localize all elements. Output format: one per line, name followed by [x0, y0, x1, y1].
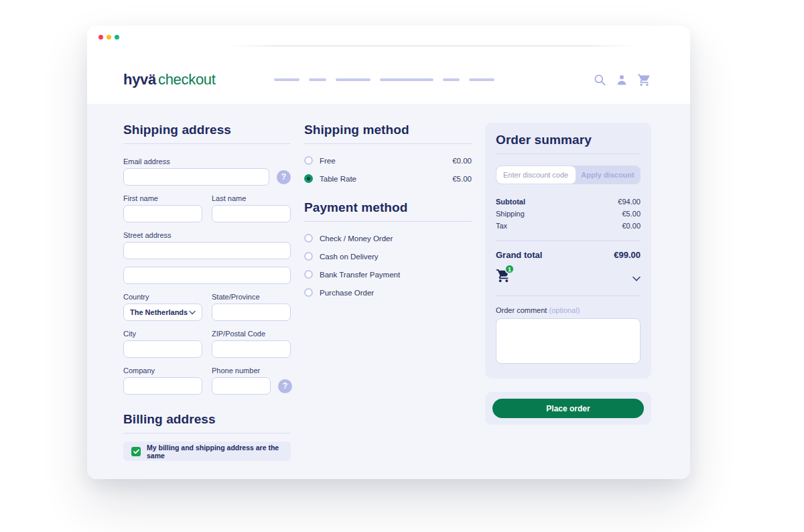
payment-option-label: Bank Transfer Payment	[320, 271, 400, 279]
company-field[interactable]	[123, 377, 202, 395]
shipping-total-value: €5.00	[622, 208, 641, 220]
divider	[304, 221, 472, 222]
payment-option-purchase-order[interactable]: Purchase Order	[304, 288, 472, 297]
country-label: Country	[123, 293, 202, 301]
discount-control: Apply discount	[496, 165, 641, 184]
tax-value: €0.00	[622, 220, 641, 232]
nav-placeholder-item	[336, 78, 371, 81]
last-name-field[interactable]	[212, 205, 291, 222]
shipping-option-label: Table Rate	[320, 175, 356, 183]
nav-placeholder-item	[443, 78, 460, 81]
state-field[interactable]	[212, 304, 291, 321]
cart-summary-row: 1	[496, 268, 641, 287]
radio-icon[interactable]	[304, 288, 313, 297]
company-label: Company	[123, 367, 202, 375]
billing-same-row[interactable]: My billing and shipping address are the …	[123, 442, 291, 461]
discount-code-input[interactable]	[496, 166, 576, 184]
nav-placeholder-item	[309, 78, 326, 81]
email-help-icon[interactable]: ?	[277, 170, 291, 184]
shipping-total-label: Shipping	[496, 208, 525, 220]
checkout-content: Shipping address Email address ? First n…	[87, 104, 690, 479]
account-icon[interactable]	[615, 73, 628, 86]
site-header: hyvächeckout	[123, 66, 651, 94]
maximize-window-icon[interactable]	[115, 35, 119, 40]
shipping-option-price: €0.00	[452, 157, 472, 165]
payment-option-label: Check / Money Order	[320, 235, 393, 243]
divider	[123, 143, 291, 144]
logo-checkout: checkout	[158, 71, 216, 88]
nav-placeholder-item	[469, 78, 494, 81]
country-select[interactable]: The Netherlands	[123, 304, 202, 321]
close-window-icon[interactable]	[98, 35, 103, 40]
cart-icon[interactable]	[637, 73, 651, 87]
shipping-option-table-rate[interactable]: Table Rate €5.00	[304, 174, 472, 183]
totals: Subtotal €94.00 Shipping €5.00 Tax €0.00	[496, 196, 641, 232]
radio-checked-icon[interactable]	[304, 174, 313, 183]
order-comment-optional-text: (optional)	[549, 306, 580, 314]
country-value: The Netherlands	[130, 308, 188, 316]
first-name-field[interactable]	[123, 205, 202, 222]
city-field[interactable]	[123, 340, 202, 358]
divider	[496, 153, 641, 154]
first-name-label: First name	[123, 194, 202, 202]
chevron-down-icon	[189, 310, 196, 315]
order-summary-panel: Order summary Apply discount Subtotal €9…	[485, 123, 651, 379]
minimize-window-icon[interactable]	[107, 35, 111, 40]
last-name-label: Last name	[212, 194, 291, 202]
radio-icon[interactable]	[304, 156, 313, 165]
email-label: Email address	[123, 157, 291, 165]
order-comment-label: Order comment (optional)	[496, 306, 641, 314]
nav-placeholder	[274, 78, 494, 81]
place-order-button[interactable]: Place order	[492, 399, 644, 418]
zip-label: ZIP/Postal Code	[212, 330, 291, 338]
tax-label: Tax	[496, 220, 507, 232]
shipping-option-label: Free	[320, 157, 336, 165]
logo[interactable]: hyvächeckout	[123, 71, 216, 88]
place-order-panel: Place order	[485, 392, 651, 425]
phone-help-icon[interactable]: ?	[278, 379, 292, 393]
grand-total-row: Grand total €99.00	[496, 250, 641, 260]
payment-option-label: Cash on Delivery	[320, 253, 379, 261]
city-label: City	[123, 330, 202, 338]
payment-option-label: Purchase Order	[320, 289, 374, 297]
street-field-1[interactable]	[123, 242, 291, 259]
email-field[interactable]	[123, 168, 269, 186]
payment-option-check[interactable]: Check / Money Order	[304, 234, 472, 243]
expand-cart-chevron-icon[interactable]	[632, 272, 641, 284]
street-label: Street address	[123, 231, 291, 239]
divider	[304, 143, 472, 144]
billing-same-checkbox[interactable]	[131, 447, 141, 456]
order-comment-label-text: Order comment	[496, 306, 547, 314]
payment-option-bank-transfer[interactable]: Bank Transfer Payment	[304, 270, 472, 279]
search-icon[interactable]	[593, 73, 606, 86]
browser-window: hyvächeckout Shipping address	[87, 25, 690, 479]
radio-icon[interactable]	[304, 270, 313, 279]
payment-option-cod[interactable]: Cash on Delivery	[304, 252, 472, 261]
phone-field[interactable]	[212, 377, 271, 395]
radio-icon[interactable]	[304, 252, 313, 261]
radio-icon[interactable]	[304, 234, 313, 243]
phone-label: Phone number	[212, 367, 291, 375]
zip-field[interactable]	[212, 340, 291, 358]
divider	[496, 295, 641, 296]
header-icons	[593, 73, 651, 87]
cart-count-badge: 1	[505, 264, 515, 274]
grand-total-value: €99.00	[614, 250, 641, 260]
divider	[123, 433, 291, 434]
street-field-2[interactable]	[123, 267, 291, 284]
subtotal-value: €94.00	[618, 196, 641, 208]
cart-items-icon[interactable]: 1	[496, 268, 516, 287]
apply-discount-button[interactable]: Apply discount	[576, 166, 640, 184]
nav-placeholder-item	[274, 78, 299, 81]
order-comment-textarea[interactable]	[496, 318, 641, 364]
divider	[496, 241, 641, 241]
nav-placeholder-item	[380, 78, 433, 81]
order-summary-column: Order summary Apply discount Subtotal €9…	[485, 123, 651, 461]
methods-section: Shipping method Free €0.00 Table Rate €5…	[304, 123, 472, 461]
check-icon	[133, 449, 139, 454]
shipping-address-section: Shipping address Email address ? First n…	[123, 123, 291, 461]
subtotal-label: Subtotal	[496, 196, 525, 208]
order-summary-title: Order summary	[496, 133, 641, 147]
shipping-method-title: Shipping method	[304, 123, 472, 137]
shipping-option-free[interactable]: Free €0.00	[304, 156, 472, 165]
